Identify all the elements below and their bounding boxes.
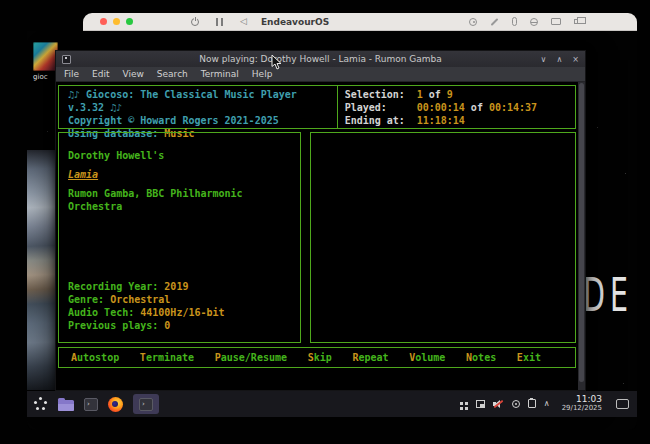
recording-year-value: 2019 [164,281,188,292]
terminal-window: Now playing: Dorothy Howell - Lamia - Ru… [55,50,586,391]
zoom-window-button[interactable] [126,18,133,25]
genre-line: Genre: Orchestral [68,293,291,306]
terminal-scrollbar[interactable] [578,82,585,390]
show-desktop-icon[interactable] [616,399,629,409]
wallpaper-stars [27,31,28,32]
tui-header-left: ♫♪ Giocoso: The Classical Music Player v… [59,86,338,128]
giocoso-tui: ♫♪ Giocoso: The Classical Music Player v… [58,85,576,368]
power-icon[interactable] [191,18,199,26]
wrench-icon[interactable] [491,18,499,26]
audio-tech-line: Audio Tech: 44100Hz/16-bit [68,306,291,319]
control-notes[interactable]: Notes [466,351,496,364]
window-tray-icon[interactable] [476,400,485,408]
brightness-icon[interactable] [512,400,520,408]
firefox-icon[interactable] [108,397,123,412]
menu-view[interactable]: View [123,69,144,79]
menu-file[interactable]: File [64,69,79,79]
copyright-line: Copyright © Howard Rogers 2021-2025 [68,114,337,127]
clock-date: 29/12/2025 [562,405,602,413]
ending-label: Ending at: [345,114,411,127]
genre-value: Orchestral [110,294,170,305]
tui-body: Dorothy Howell's Lamia Rumon Gamba, BBC … [58,132,576,343]
control-terminate[interactable]: Terminate [140,351,194,364]
vm-window: ◁ EndeavourOS DE gioc [27,13,637,430]
composer-line: Dorothy Howell's [68,149,291,162]
clipboard-icon[interactable] [528,399,536,408]
terminal-content: ♫♪ Giocoso: The Classical Music Player v… [56,82,585,390]
usb-icon[interactable] [512,17,517,26]
display-icon[interactable] [551,18,561,25]
updates-icon[interactable] [460,402,463,405]
album-art-panel [310,132,576,343]
control-exit[interactable]: Exit [517,351,541,364]
system-tray: ∧ 11:03 29/12/2025 [460,395,629,413]
work-title: Lamia [68,168,291,181]
previous-plays-value: 0 [164,320,170,331]
track-top-group: Dorothy Howell's Lamia Rumon Gamba, BBC … [68,149,291,219]
played-value: 00:00:14 [417,102,465,113]
terminal-window-buttons: ∨ ∧ × [541,55,579,64]
genre-label: Genre: [68,294,104,305]
pause-icon[interactable] [216,18,223,26]
control-volume[interactable]: Volume [409,351,445,364]
previous-plays-label: Previous plays: [68,320,158,331]
terminal-menubar: File Edit View Search Terminal Help [56,67,585,82]
app-title-line: ♫♪ Giocoso: The Classical Music Player v… [68,88,337,114]
wallpaper-planet [27,150,57,390]
control-pause-resume[interactable]: Pause/Resume [215,351,287,364]
recording-year-label: Recording Year: [68,281,158,292]
track-info-panel: Dorothy Howell's Lamia Rumon Gamba, BBC … [58,132,301,343]
control-autostop[interactable]: Autostop [71,351,119,364]
control-skip[interactable]: Skip [308,351,332,364]
screenshot-root: ◁ EndeavourOS DE gioc [0,0,650,444]
file-manager-icon[interactable] [58,400,74,411]
active-window-task-button[interactable]: › [133,394,159,414]
applications-menu-icon[interactable] [33,397,48,412]
terminal-launcher-icon[interactable]: › [84,398,98,411]
gear-icon[interactable] [469,18,477,26]
selection-of: of [429,89,441,100]
control-repeat[interactable]: Repeat [352,351,388,364]
tui-header: ♫♪ Giocoso: The Classical Music Player v… [58,85,576,129]
ending-line: Ending at: 11:18:14 [345,114,575,127]
vm-toolbar-right [469,17,581,26]
tray-expand-chevron-icon[interactable]: ∧ [544,399,550,408]
wallpaper-text: DE [583,268,633,322]
eject-icon[interactable]: ◁ [240,17,247,26]
played-of: of [471,102,483,113]
played-total: 00:14:37 [489,102,537,113]
selection-total: 9 [447,89,453,100]
vm-titlebar[interactable]: ◁ EndeavourOS [83,13,637,31]
maximize-icon[interactable]: ∧ [556,55,562,64]
minimize-icon[interactable]: ∨ [541,55,547,64]
vm-screen-desktop: DE gioc Now playing: Dorothy Howell - La… [27,31,637,430]
terminal-titlebar[interactable]: Now playing: Dorothy Howell - Lamia - Ru… [56,51,585,67]
recording-year-line: Recording Year: 2019 [68,280,291,293]
ending-value: 11:18:14 [417,115,465,126]
previous-plays-line: Previous plays: 0 [68,319,291,332]
clock[interactable]: 11:03 29/12/2025 [562,395,602,413]
performers-line: Rumon Gamba, BBC Philharmonic Orchestra [68,187,291,213]
menu-search[interactable]: Search [157,69,188,79]
played-line: Played: 00:00:14 of 00:14:37 [345,101,575,114]
windows-icon[interactable] [574,19,581,24]
close-window-button[interactable] [100,18,107,25]
taskbar: › › ∧ 11:03 2 [27,391,637,417]
active-terminal-icon: › [139,398,153,411]
close-icon[interactable]: × [572,55,579,64]
vm-window-title: EndeavourOS [261,17,329,27]
mouse-cursor [271,55,282,74]
menu-help[interactable]: Help [252,69,273,79]
menu-terminal[interactable]: Terminal [201,69,239,79]
menu-edit[interactable]: Edit [92,69,109,79]
minimize-window-button[interactable] [113,18,120,25]
vm-toolbar-left: ◁ [191,17,247,26]
globe-icon[interactable] [530,18,538,26]
scrollbar-thumb[interactable] [579,83,584,382]
audio-tech-value: 44100Hz/16-bit [140,307,224,318]
tui-header-right: Selection: 1 of 9 Played: 00:00:14 of 00 [338,86,575,128]
taskbar-launchers: › › [33,394,159,414]
selection-value: 1 [417,89,423,100]
track-meta-group: Recording Year: 2019 Genre: Orchestral A… [68,280,291,332]
volume-muted-icon[interactable] [493,399,504,409]
